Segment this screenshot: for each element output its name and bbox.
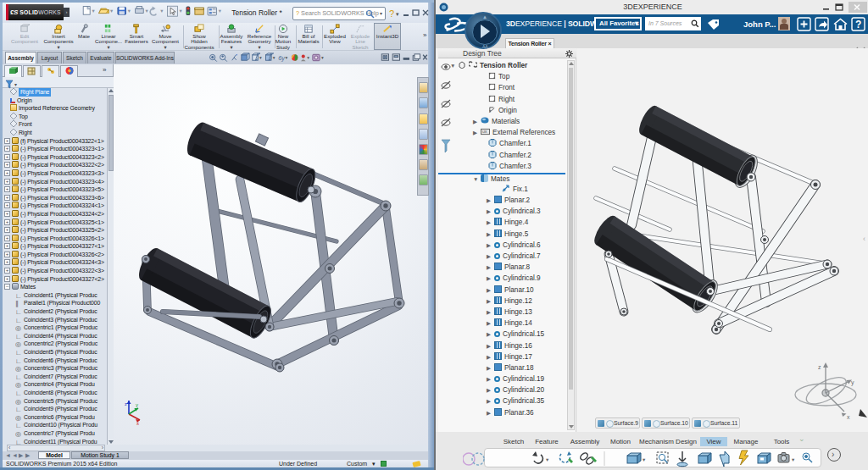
svg-text:z: z — [125, 401, 127, 406]
svg-text:x: x — [847, 414, 850, 420]
svg-text:?: ? — [389, 8, 394, 19]
svg-text:▾: ▾ — [273, 55, 275, 60]
svg-text:UX: UX — [482, 130, 487, 134]
svg-text:▾: ▾ — [321, 55, 324, 60]
svg-text:x: x — [136, 421, 139, 426]
svg-text:▶: ▶ — [25, 452, 31, 458]
svg-text:▾: ▾ — [259, 55, 262, 60]
svg-text:y: y — [851, 379, 854, 386]
svg-text:◄: ◄ — [12, 452, 18, 458]
svg-text:▾: ▾ — [92, 8, 96, 14]
svg-text:▾: ▾ — [160, 8, 164, 14]
svg-text:z: z — [818, 364, 821, 370]
svg-text:▾: ▾ — [110, 8, 114, 14]
svg-text:▾: ▾ — [546, 456, 549, 462]
svg-text:▾: ▾ — [792, 456, 795, 462]
svg-text:▾: ▾ — [146, 8, 149, 14]
svg-text:▾: ▾ — [396, 11, 399, 17]
svg-text:y: y — [136, 402, 138, 407]
svg-text:▾: ▾ — [128, 8, 131, 14]
svg-text:▾: ▾ — [643, 456, 646, 462]
svg-text:?: ? — [855, 19, 861, 30]
svg-text:▾: ▾ — [307, 55, 309, 60]
svg-text:▾: ▾ — [14, 82, 17, 87]
svg-text:z: z — [489, 109, 492, 113]
svg-text:▾: ▾ — [180, 8, 183, 14]
svg-text:▾: ▾ — [286, 55, 288, 60]
svg-text:◄: ◄ — [5, 452, 11, 458]
svg-text:▶: ▶ — [19, 452, 24, 458]
